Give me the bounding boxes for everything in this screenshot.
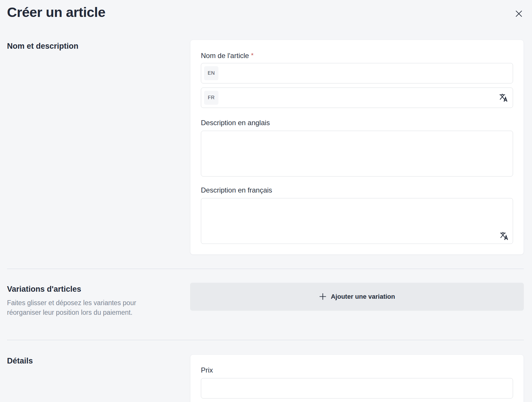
section-heading-name-description: Nom et description [7, 41, 176, 51]
section-name-description: Nom et description Nom de l'article* EN … [7, 40, 524, 255]
language-badge-fr: FR [204, 91, 218, 105]
price-input[interactable] [201, 378, 513, 398]
card-details: Prix Laissez ce champ vide si l'article … [190, 354, 524, 402]
article-name-fr-input[interactable] [201, 88, 513, 108]
modal-header: Créer un article [7, 5, 524, 20]
translate-button[interactable] [498, 93, 508, 102]
section-details: Détails Prix Laissez ce champ vide si l'… [7, 354, 524, 402]
description-fr-textarea[interactable] [201, 198, 513, 244]
close-button[interactable] [514, 9, 524, 19]
language-badge-en: EN [204, 66, 218, 80]
required-asterisk: * [251, 52, 254, 59]
article-name-fr-group: FR [201, 88, 513, 108]
article-name-en-input[interactable] [201, 63, 513, 83]
add-variation-button[interactable]: Ajouter une variation [190, 283, 524, 311]
section-divider [7, 269, 524, 269]
description-en-group [201, 131, 513, 176]
description-fr-label: Description en français [201, 185, 513, 195]
article-name-en-group: EN [201, 63, 513, 83]
translate-button-description[interactable] [499, 232, 508, 240]
translate-icon [498, 93, 508, 102]
description-fr-group [201, 198, 513, 244]
plus-icon [319, 293, 327, 300]
description-en-label: Description en anglais [201, 118, 513, 128]
card-name-description: Nom de l'article* EN FR [190, 40, 524, 255]
section-variations: Variations d'articles Faites glisser et … [7, 283, 524, 318]
variations-helper-text: Faites glisser et déposez les variantes … [7, 298, 153, 317]
close-icon [515, 10, 523, 18]
description-en-textarea[interactable] [201, 131, 513, 176]
page-title: Créer un article [7, 5, 105, 20]
section-heading-variations: Variations d'articles [7, 284, 176, 294]
add-variation-label: Ajouter une variation [331, 293, 395, 300]
create-article-modal: Créer un article Nom et description Nom … [0, 0, 532, 402]
translate-icon [499, 232, 508, 240]
price-label: Prix [201, 365, 513, 375]
section-divider [7, 340, 524, 340]
section-heading-details: Détails [7, 356, 176, 366]
article-name-label: Nom de l'article* [201, 50, 513, 61]
